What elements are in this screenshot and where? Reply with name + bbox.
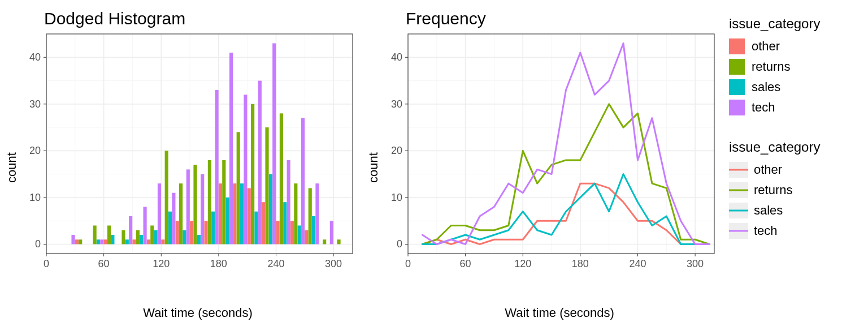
legend-item-line-tech: tech bbox=[729, 221, 862, 241]
svg-rect-43 bbox=[168, 212, 172, 244]
swatch-line-returns bbox=[729, 182, 748, 198]
legend-item-sales: sales bbox=[729, 77, 862, 97]
y-axis-label: count bbox=[5, 152, 19, 183]
svg-text:10: 10 bbox=[29, 192, 41, 203]
svg-rect-69 bbox=[262, 202, 265, 244]
panel1-title: Dodged Histogram bbox=[44, 9, 358, 28]
svg-rect-44 bbox=[172, 193, 175, 244]
svg-rect-59 bbox=[226, 198, 229, 244]
svg-rect-81 bbox=[305, 230, 308, 244]
swatch-fill-tech bbox=[729, 100, 745, 115]
x-axis-label: Wait time (seconds) bbox=[37, 306, 358, 320]
svg-rect-25 bbox=[97, 239, 100, 244]
swatch-fill-sales bbox=[729, 79, 745, 95]
legend-label: tech bbox=[754, 224, 778, 238]
svg-text:60: 60 bbox=[460, 258, 471, 269]
svg-rect-64 bbox=[244, 95, 247, 244]
svg-rect-72 bbox=[272, 44, 276, 244]
svg-text:0: 0 bbox=[405, 258, 411, 269]
svg-rect-40 bbox=[158, 183, 161, 244]
svg-rect-52 bbox=[201, 174, 204, 244]
legend-item-line-returns: returns bbox=[729, 180, 862, 200]
svg-rect-38 bbox=[150, 225, 154, 244]
legend-title-colour: issue_category bbox=[729, 139, 862, 155]
legend-label: sales bbox=[752, 80, 780, 95]
legend-label: sales bbox=[754, 203, 783, 218]
svg-rect-82 bbox=[309, 188, 312, 244]
svg-text:30: 30 bbox=[29, 98, 41, 110]
svg-text:180: 180 bbox=[572, 258, 589, 269]
svg-rect-54 bbox=[208, 160, 211, 244]
svg-rect-65 bbox=[248, 188, 251, 244]
legend-title-fill: issue_category bbox=[729, 16, 862, 32]
svg-rect-22 bbox=[75, 239, 79, 244]
svg-rect-62 bbox=[237, 132, 240, 244]
svg-rect-78 bbox=[294, 183, 297, 244]
svg-rect-61 bbox=[233, 183, 236, 244]
svg-rect-79 bbox=[298, 225, 301, 244]
svg-text:180: 180 bbox=[210, 258, 227, 269]
svg-rect-28 bbox=[107, 225, 111, 244]
svg-text:30: 30 bbox=[391, 98, 402, 110]
panel-frequency: Frequency count 060120180240300010203040… bbox=[362, 0, 723, 326]
legend-item-line-sales: sales bbox=[729, 200, 862, 221]
svg-rect-36 bbox=[143, 207, 146, 244]
svg-rect-53 bbox=[204, 221, 207, 244]
svg-text:40: 40 bbox=[29, 52, 41, 63]
svg-rect-29 bbox=[111, 235, 114, 244]
svg-rect-68 bbox=[258, 81, 262, 244]
svg-rect-24 bbox=[93, 225, 97, 244]
swatch-fill-other bbox=[729, 38, 745, 54]
svg-text:120: 120 bbox=[153, 258, 170, 269]
svg-text:20: 20 bbox=[29, 145, 41, 156]
svg-rect-76 bbox=[287, 160, 290, 244]
legend-label: returns bbox=[752, 59, 790, 74]
svg-rect-85 bbox=[323, 239, 326, 244]
svg-rect-77 bbox=[290, 221, 294, 244]
frequency-svg: 060120180240300010203040 bbox=[382, 31, 720, 274]
svg-text:300: 300 bbox=[687, 258, 704, 269]
svg-rect-34 bbox=[136, 230, 140, 244]
svg-text:60: 60 bbox=[98, 258, 110, 269]
legend-colour: issue_category otherreturnssalestech bbox=[729, 139, 862, 241]
legend-label: tech bbox=[752, 100, 775, 115]
svg-rect-63 bbox=[240, 183, 244, 244]
svg-rect-73 bbox=[276, 221, 280, 244]
svg-rect-48 bbox=[186, 169, 190, 244]
svg-text:0: 0 bbox=[397, 238, 402, 250]
svg-rect-74 bbox=[280, 113, 283, 244]
svg-rect-60 bbox=[229, 53, 233, 244]
figure: Dodged Histogram count 06012018024030001… bbox=[0, 0, 868, 326]
svg-rect-26 bbox=[100, 239, 103, 244]
x-axis-label: Wait time (seconds) bbox=[399, 306, 720, 320]
svg-rect-47 bbox=[183, 230, 186, 244]
svg-rect-39 bbox=[154, 230, 158, 244]
y-axis-label: count bbox=[366, 152, 381, 183]
svg-rect-56 bbox=[215, 90, 219, 244]
svg-rect-49 bbox=[190, 221, 193, 244]
swatch-line-sales bbox=[729, 203, 748, 218]
svg-rect-84 bbox=[315, 183, 319, 244]
svg-rect-83 bbox=[312, 216, 315, 244]
legend-fill: issue_category otherreturnssalestech bbox=[729, 16, 862, 118]
svg-rect-33 bbox=[132, 239, 136, 244]
svg-text:0: 0 bbox=[44, 258, 49, 269]
svg-rect-42 bbox=[165, 151, 168, 244]
swatch-line-other bbox=[729, 162, 748, 178]
svg-rect-21 bbox=[71, 235, 75, 244]
svg-rect-71 bbox=[269, 174, 272, 244]
svg-rect-32 bbox=[129, 216, 132, 244]
legend-item-returns: returns bbox=[729, 57, 862, 77]
svg-rect-30 bbox=[121, 230, 125, 244]
legend-item-other: other bbox=[729, 36, 862, 57]
svg-rect-80 bbox=[301, 118, 305, 244]
legend-label: returns bbox=[754, 183, 792, 198]
svg-text:20: 20 bbox=[391, 145, 402, 156]
legend-label: other bbox=[752, 39, 780, 54]
swatch-line-tech bbox=[729, 223, 748, 239]
histogram-svg: 060120180240300010203040 bbox=[20, 31, 358, 274]
svg-rect-75 bbox=[283, 202, 287, 244]
panel-histogram: Dodged Histogram count 06012018024030001… bbox=[0, 0, 362, 326]
svg-rect-66 bbox=[251, 104, 254, 244]
svg-rect-46 bbox=[179, 183, 183, 244]
